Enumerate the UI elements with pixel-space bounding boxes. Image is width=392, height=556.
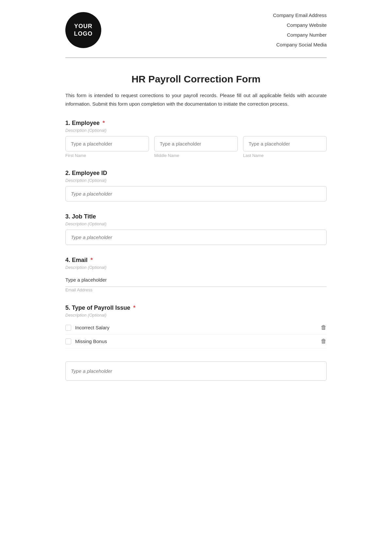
section-desc-email: Description (Optional) (65, 265, 327, 270)
email-input[interactable] (65, 273, 327, 287)
section-title-job-title: 3. Job Title (65, 213, 327, 220)
company-social-label: Company Social Media (273, 40, 327, 50)
name-row: First Name Middle Name Last Name (65, 136, 327, 158)
company-info: Company Email Address Company Website Co… (273, 10, 327, 50)
section-job-title: 3. Job Title Description (Optional) (65, 213, 327, 245)
section-bottom-placeholder (65, 361, 327, 381)
section-email: 4. Email * Description (Optional) Email … (65, 257, 327, 293)
middle-name-input[interactable] (154, 136, 238, 151)
form-title: HR Payroll Correction Form (65, 74, 327, 85)
logo: YOUR LOGO (65, 12, 101, 48)
section-desc-payroll-issue: Description (Optional) (65, 313, 327, 318)
section-employee-id: 2. Employee ID Description (Optional) (65, 170, 327, 201)
company-email-label: Company Email Address (273, 10, 327, 20)
trash-icon-incorrect-salary[interactable]: 🗑 (321, 324, 327, 331)
checkbox-incorrect-salary[interactable] (65, 325, 71, 331)
incorrect-salary-label: Incorrect Salary (75, 325, 109, 330)
last-name-label: Last Name (243, 153, 327, 158)
section-title-employee-id: 2. Employee ID (65, 170, 327, 177)
checkbox-left-missing-bonus: Missing Bonus (65, 339, 107, 344)
header: YOUR LOGO Company Email Address Company … (46, 0, 346, 58)
first-name-label: First Name (65, 153, 149, 158)
section-desc-employee-id: Description (Optional) (65, 178, 327, 183)
employee-id-input[interactable] (65, 186, 327, 201)
first-name-input[interactable] (65, 136, 149, 151)
section-title-payroll-issue: 5. Type of Payroll Issue * (65, 304, 327, 311)
header-divider (65, 58, 327, 58)
middle-name-group: Middle Name (154, 136, 238, 158)
checkbox-left-incorrect-salary: Incorrect Salary (65, 325, 109, 331)
company-number-label: Company Number (273, 30, 327, 40)
email-address-label: Email Address (65, 287, 92, 292)
checkbox-missing-bonus[interactable] (65, 339, 71, 344)
required-marker: * (103, 120, 105, 126)
middle-name-label: Middle Name (154, 153, 238, 158)
section-title-email: 4. Email * (65, 257, 327, 264)
job-title-input[interactable] (65, 230, 327, 245)
missing-bonus-label: Missing Bonus (75, 339, 107, 344)
bottom-placeholder-input[interactable] (65, 361, 327, 381)
checkbox-item-incorrect-salary: Incorrect Salary 🗑 (65, 321, 327, 335)
section-employee: 1. Employee * Description (Optional) Fir… (65, 120, 327, 158)
form-description: This form is intended to request correct… (65, 91, 327, 108)
required-marker-payroll: * (133, 304, 136, 311)
trash-icon-missing-bonus[interactable]: 🗑 (321, 338, 327, 345)
section-title-employee: 1. Employee * (65, 120, 327, 127)
first-name-group: First Name (65, 136, 149, 158)
last-name-group: Last Name (243, 136, 327, 158)
section-payroll-issue: 5. Type of Payroll Issue * Description (… (65, 304, 327, 348)
form-content: HR Payroll Correction Form This form is … (46, 74, 346, 381)
required-marker-email: * (90, 257, 93, 263)
last-name-input[interactable] (243, 136, 327, 151)
company-website-label: Company Website (273, 20, 327, 30)
section-desc-job-title: Description (Optional) (65, 221, 327, 226)
section-desc-employee: Description (Optional) (65, 128, 327, 133)
checkbox-item-missing-bonus: Missing Bonus 🗑 (65, 335, 327, 348)
